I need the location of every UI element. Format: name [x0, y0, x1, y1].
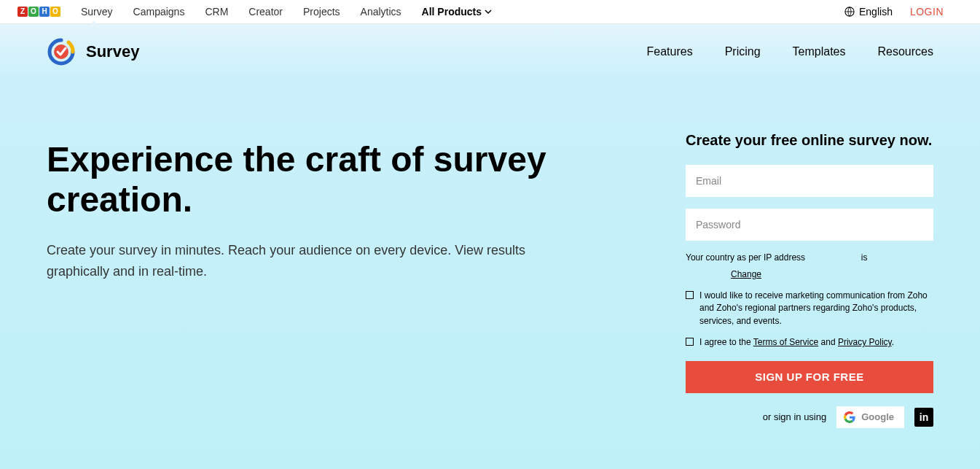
- language-selector[interactable]: English: [844, 6, 893, 18]
- ip-country-text: Your country as per IP address is: [686, 252, 933, 263]
- change-country-link[interactable]: Change: [731, 269, 761, 279]
- product-brand: Survey: [47, 37, 139, 66]
- product-nav: Features Pricing Templates Resources: [647, 45, 933, 58]
- product-nav-pricing[interactable]: Pricing: [725, 45, 761, 58]
- zoho-logo-letter: Z: [17, 7, 28, 17]
- agree-row: I agree to the Terms of Service and Priv…: [686, 336, 933, 349]
- zoho-logo-letter: O: [28, 7, 39, 17]
- product-bar: Survey Features Pricing Templates Resour…: [0, 24, 980, 80]
- hero-title: Experience the craft of survey creation.: [47, 139, 586, 220]
- agree-suffix: .: [892, 337, 894, 347]
- zoho-logo-letter: H: [39, 7, 50, 17]
- marketing-text: I would like to receive marketing commun…: [699, 290, 933, 327]
- email-field[interactable]: [686, 165, 933, 197]
- ip-prefix: Your country as per IP address: [686, 252, 805, 263]
- login-link[interactable]: LOGIN: [910, 6, 944, 18]
- google-label: Google: [861, 411, 894, 422]
- product-nav-features[interactable]: Features: [647, 45, 693, 58]
- sign-up-button[interactable]: SIGN UP FOR FREE: [686, 361, 933, 393]
- nav-link-campaigns[interactable]: Campaigns: [133, 6, 185, 18]
- agree-checkbox[interactable]: [686, 338, 694, 346]
- product-nav-templates[interactable]: Templates: [793, 45, 846, 58]
- marketing-checkbox[interactable]: [686, 291, 694, 299]
- signup-title: Create your free online survey now.: [686, 132, 933, 149]
- language-label: English: [859, 6, 893, 18]
- zoho-logo-letter: O: [50, 7, 60, 17]
- product-name: Survey: [86, 42, 139, 61]
- nav-link-analytics[interactable]: Analytics: [361, 6, 401, 18]
- hero-subtitle: Create your survey in minutes. Reach you…: [47, 240, 528, 282]
- marketing-opt-in-row: I would like to receive marketing commun…: [686, 290, 933, 327]
- svg-point-1: [54, 44, 68, 59]
- global-nav-right: English LOGIN: [844, 6, 944, 18]
- nav-link-creator[interactable]: Creator: [248, 6, 283, 18]
- nav-link-crm[interactable]: CRM: [205, 6, 228, 18]
- active-tab-notch: [87, 21, 101, 28]
- global-nav-left: Z O H O Survey Campaigns CRM Creator Pro…: [17, 6, 492, 18]
- agree-middle: and: [818, 337, 838, 347]
- nav-link-all-products[interactable]: All Products: [422, 6, 492, 18]
- nav-link-projects[interactable]: Projects: [303, 6, 340, 18]
- survey-logo-icon: [47, 37, 76, 66]
- all-products-label: All Products: [422, 6, 482, 18]
- product-nav-resources[interactable]: Resources: [878, 45, 933, 58]
- global-nav: Z O H O Survey Campaigns CRM Creator Pro…: [0, 0, 980, 24]
- signup-form: Create your free online survey now. Your…: [686, 132, 933, 428]
- terms-of-service-link[interactable]: Terms of Service: [753, 337, 818, 347]
- alt-signin-row: or sign in using Google in: [686, 406, 933, 428]
- hero-left: Experience the craft of survey creation.…: [47, 132, 586, 428]
- zoho-logo[interactable]: Z O H O: [17, 7, 60, 17]
- ip-suffix: is: [861, 252, 868, 263]
- privacy-policy-link[interactable]: Privacy Policy: [838, 337, 892, 347]
- hero-section: Experience the craft of survey creation.…: [0, 80, 980, 469]
- password-field[interactable]: [686, 209, 933, 241]
- agree-text: I agree to the Terms of Service and Priv…: [699, 336, 894, 349]
- linkedin-icon: in: [920, 411, 928, 423]
- agree-prefix: I agree to the: [699, 337, 753, 347]
- google-icon: [844, 411, 855, 423]
- linkedin-signin-button[interactable]: in: [914, 408, 933, 427]
- chevron-down-icon: [485, 8, 492, 15]
- alt-signin-text: or sign in using: [763, 411, 826, 422]
- google-signin-button[interactable]: Google: [836, 406, 904, 428]
- globe-icon: [844, 7, 855, 17]
- nav-link-survey[interactable]: Survey: [81, 6, 113, 18]
